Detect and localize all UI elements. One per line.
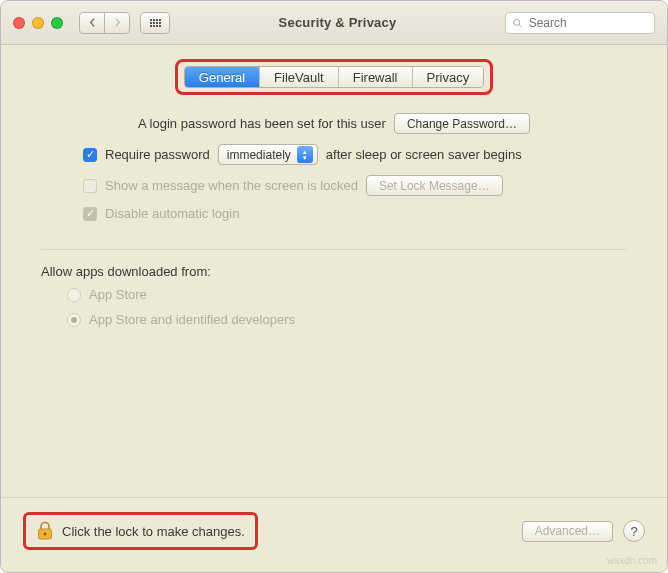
minimize-icon[interactable] xyxy=(32,17,44,29)
lock-message: Click the lock to make changes. xyxy=(62,524,245,539)
chevron-left-icon xyxy=(88,18,97,27)
set-lock-message-button: Set Lock Message… xyxy=(366,175,503,196)
allow-appstore-label: App Store xyxy=(89,287,147,302)
footer: Click the lock to make changes. Advanced… xyxy=(1,497,667,572)
tab-privacy[interactable]: Privacy xyxy=(413,67,484,87)
disable-auto-login-label: Disable automatic login xyxy=(105,206,239,221)
show-message-label: Show a message when the screen is locked xyxy=(105,178,358,193)
zoom-icon[interactable] xyxy=(51,17,63,29)
tabs-highlight: General FileVault Firewall Privacy xyxy=(175,59,493,95)
content-area: General FileVault Firewall Privacy A log… xyxy=(1,45,667,327)
allow-identified-label: App Store and identified developers xyxy=(89,312,295,327)
window-title: Security & Privacy xyxy=(180,15,495,30)
lock-area-highlight: Click the lock to make changes. xyxy=(23,512,258,550)
nav-buttons xyxy=(79,12,130,34)
lock-icon[interactable] xyxy=(36,521,54,541)
tab-general[interactable]: General xyxy=(185,67,260,87)
tab-firewall[interactable]: Firewall xyxy=(339,67,413,87)
require-password-label: Require password xyxy=(105,147,210,162)
close-icon[interactable] xyxy=(13,17,25,29)
require-password-checkbox[interactable] xyxy=(83,148,97,162)
advanced-button[interactable]: Advanced… xyxy=(522,521,613,542)
change-password-button[interactable]: Change Password… xyxy=(394,113,530,134)
require-password-delay-value: immediately xyxy=(227,148,291,162)
watermark: wsxdn.com xyxy=(607,555,657,566)
allow-apps-heading: Allow apps downloaded from: xyxy=(41,264,627,279)
show-all-button[interactable] xyxy=(140,12,170,34)
svg-line-1 xyxy=(519,24,521,26)
require-password-suffix: after sleep or screen saver begins xyxy=(326,147,522,162)
disable-auto-login-checkbox xyxy=(83,207,97,221)
search-field[interactable] xyxy=(505,12,655,34)
search-icon xyxy=(512,17,523,29)
allow-appstore-radio xyxy=(67,288,81,302)
tab-bar: General FileVault Firewall Privacy xyxy=(184,66,484,88)
search-input[interactable] xyxy=(527,15,648,31)
general-panel: A login password has been set for this u… xyxy=(29,95,639,327)
back-button[interactable] xyxy=(79,12,105,34)
grid-icon xyxy=(150,19,161,27)
forward-button[interactable] xyxy=(104,12,130,34)
stepper-arrows-icon xyxy=(297,146,313,163)
security-privacy-window: Security & Privacy General FileVault Fir… xyxy=(0,0,668,573)
help-button[interactable]: ? xyxy=(623,520,645,542)
chevron-right-icon xyxy=(113,18,122,27)
titlebar: Security & Privacy xyxy=(1,1,667,45)
show-message-checkbox xyxy=(83,179,97,193)
divider xyxy=(41,249,627,250)
allow-identified-radio xyxy=(67,313,81,327)
window-controls xyxy=(13,17,63,29)
svg-point-3 xyxy=(44,533,47,536)
login-password-message: A login password has been set for this u… xyxy=(138,116,386,131)
tab-filevault[interactable]: FileVault xyxy=(260,67,339,87)
require-password-delay-select[interactable]: immediately xyxy=(218,144,318,165)
